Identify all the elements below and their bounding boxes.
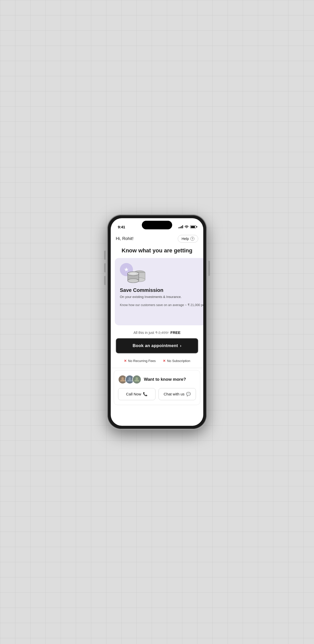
app-content: Hi, Rohit! Help ? Know what you are gett… [111,232,203,426]
tag-label-2: No Subscription [167,359,190,363]
book-appointment-button[interactable]: Book an appointment › [116,338,198,353]
know-more-section: Want to know more? Call Now 📞 Chat with … [114,370,200,405]
avatars-stack [118,375,141,384]
phone-icon: 📞 [143,392,148,396]
dynamic-island [142,221,172,229]
save-commission-card: ★ [115,258,203,325]
book-chevron-icon: › [180,344,182,348]
free-label: FREE [170,330,181,335]
avatar-3 [132,375,141,384]
section-title: Know what you are getting [111,245,203,258]
help-button-label: Help [182,237,189,241]
svg-point-5 [128,279,139,283]
contact-buttons: Call Now 📞 Chat with us 💬 [118,388,196,400]
battery-icon [190,225,196,228]
call-now-label: Call Now [126,392,141,396]
status-time: 9:41 [118,225,125,229]
whatsapp-icon: 💬 [186,392,191,396]
card-1-desc: Know how our customers save on an averag… [120,303,203,308]
cards-row: ★ [111,258,203,325]
cross-icon-1: ✕ [124,359,127,363]
tag-no-subscription: ✕ No Subscription [163,359,190,363]
tag-label-1: No Recurring Fees [128,359,156,363]
phone-screen: 9:41 [111,218,203,426]
app-header: Hi, Rohit! Help ? [111,232,203,245]
card-1-subtitle: On your existing Investments & Insurance… [120,295,203,299]
call-now-button[interactable]: Call Now 📞 [118,388,155,400]
svg-point-20 [128,377,131,380]
old-price: ₹ 2,499/- [155,331,169,335]
card-icon-area-1: ★ [120,263,203,283]
book-button-label: Book an appointment [132,343,178,348]
card-1-title: Save Commission [120,287,203,293]
help-button[interactable]: Help ? [178,235,198,243]
status-icons [178,225,196,229]
coins-icon [124,269,147,284]
wifi-icon [185,225,189,229]
divider [111,368,203,368]
tag-no-recurring: ✕ No Recurring Fees [124,359,156,363]
chat-with-us-button[interactable]: Chat with us 💬 [159,388,196,400]
status-bar: 9:41 [111,218,203,232]
chat-label: Chat with us [164,392,185,396]
svg-point-19 [121,377,124,380]
pricing-prefix: All this in just [133,331,155,335]
greeting-text: Hi, Rohit! [116,236,133,241]
know-more-title: Want to know more? [144,377,186,382]
signal-bars-icon [178,225,183,228]
know-more-header: Want to know more? [118,375,196,384]
pricing-section: All this in just ₹ 2,499/- FREE Book an … [111,325,203,356]
svg-point-21 [136,377,138,380]
phone-shell: 9:41 [108,215,206,429]
pricing-text: All this in just ₹ 2,499/- FREE [116,330,198,335]
cross-icon-2: ✕ [163,359,166,363]
help-question-icon: ? [190,237,194,241]
tags-row: ✕ No Recurring Fees ✕ No Subscription [111,356,203,366]
